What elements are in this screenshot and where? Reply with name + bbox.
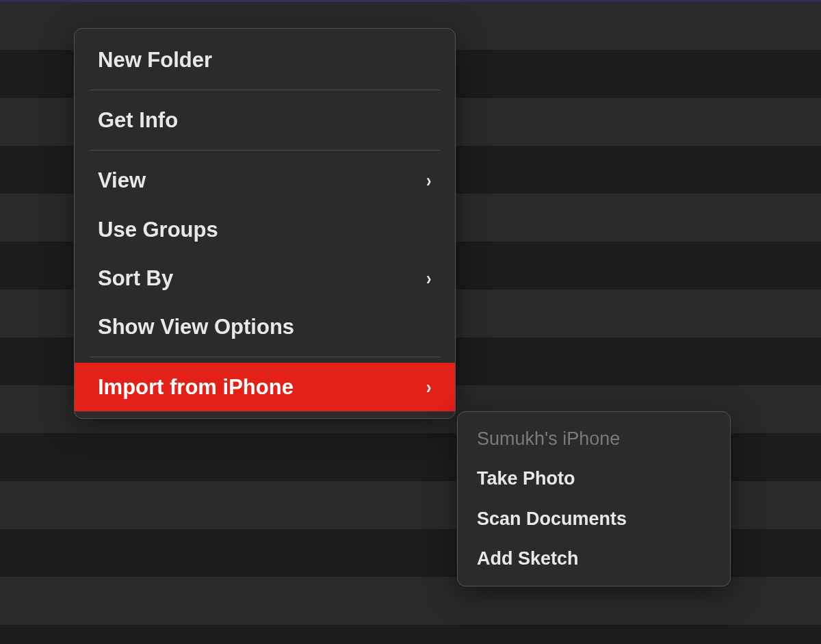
menu-label: Take Photo [477,467,575,489]
chevron-right-icon: › [426,267,431,290]
menu-item-use-groups[interactable]: Use Groups [75,205,455,254]
submenu-device-header: Sumukh's iPhone [458,419,730,459]
chevron-right-icon: › [426,376,431,399]
submenu-item-add-sketch[interactable]: Add Sketch [458,539,730,578]
menu-label: Get Info [98,107,178,133]
menu-label: New Folder [98,47,212,73]
menu-label: View [98,168,146,193]
menu-label: Show View Options [98,314,294,339]
menu-separator [90,357,440,357]
menu-label: Use Groups [98,217,218,242]
menu-label: Sort By [98,266,173,291]
menu-item-view[interactable]: View › [75,156,455,205]
import-submenu: Sumukh's iPhone Take Photo Scan Document… [457,411,731,587]
menu-separator [90,90,440,90]
menu-label: Add Sketch [477,548,579,569]
menu-item-import-from-iphone[interactable]: Import from iPhone › [75,363,455,411]
context-menu: New Folder Get Info View › Use Groups So… [74,28,456,419]
submenu-item-take-photo[interactable]: Take Photo [458,459,730,498]
menu-separator [90,150,440,151]
menu-item-get-info[interactable]: Get Info [75,96,455,144]
menu-item-sort-by[interactable]: Sort By › [75,254,455,302]
chevron-right-icon: › [426,169,431,192]
menu-label: Sumukh's iPhone [477,428,620,450]
menu-label: Scan Documents [477,508,627,530]
submenu-item-scan-documents[interactable]: Scan Documents [458,499,730,539]
menu-label: Import from iPhone [98,374,294,400]
menu-item-new-folder[interactable]: New Folder [75,36,455,84]
menu-item-show-view-options[interactable]: Show View Options [75,302,455,351]
